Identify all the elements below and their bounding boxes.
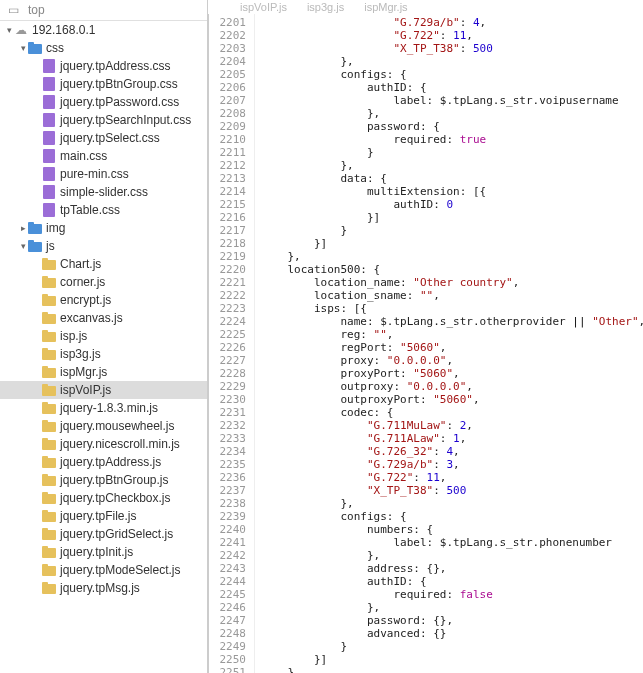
tree-file[interactable]: jquery.nicescroll.min.js bbox=[0, 435, 207, 453]
tree-item-label: jquery.mousewheel.js bbox=[60, 419, 175, 433]
tree-file[interactable]: simple-slider.css bbox=[0, 183, 207, 201]
tree-file[interactable]: excanvas.js bbox=[0, 309, 207, 327]
svg-rect-2 bbox=[43, 59, 55, 73]
folder-icon bbox=[28, 221, 42, 235]
folder-icon bbox=[42, 491, 56, 505]
tree-item-label: isp.js bbox=[60, 329, 87, 343]
tree-item-label: css bbox=[46, 41, 64, 55]
tree-item-label: tpTable.css bbox=[60, 203, 120, 217]
folder-icon bbox=[42, 293, 56, 307]
folder-icon bbox=[42, 545, 56, 559]
tree-file[interactable]: jquery.tpAddress.css bbox=[0, 57, 207, 75]
css-file-icon bbox=[42, 149, 56, 163]
tree-folder-css[interactable]: ▾css bbox=[0, 39, 207, 57]
svg-rect-3 bbox=[43, 77, 55, 91]
svg-rect-14 bbox=[28, 240, 34, 244]
svg-rect-42 bbox=[42, 492, 48, 496]
tree-file[interactable]: ispVoIP.js bbox=[0, 381, 207, 399]
folder-icon bbox=[42, 401, 56, 415]
tree-file[interactable]: jquery.tpPassword.css bbox=[0, 93, 207, 111]
folder-icon bbox=[42, 347, 56, 361]
tree-file[interactable]: pure-min.css bbox=[0, 165, 207, 183]
folder-icon bbox=[42, 419, 56, 433]
sidebar-header: ▭ top bbox=[0, 0, 207, 21]
tree-item-label: jquery.tpInit.js bbox=[60, 545, 133, 559]
svg-rect-10 bbox=[43, 203, 55, 217]
tree-root[interactable]: ▾☁192.168.0.1 bbox=[0, 21, 207, 39]
tree-file[interactable]: jquery.tpSearchInput.css bbox=[0, 111, 207, 129]
folder-icon bbox=[42, 257, 56, 271]
svg-rect-1 bbox=[28, 42, 34, 46]
tree-file[interactable]: jquery.mousewheel.js bbox=[0, 417, 207, 435]
folder-icon bbox=[42, 527, 56, 541]
tree-file[interactable]: jquery.tpAddress.js bbox=[0, 453, 207, 471]
file-icon: ☁ bbox=[14, 23, 28, 37]
folder-icon bbox=[42, 329, 56, 343]
tree-file[interactable]: corner.js bbox=[0, 273, 207, 291]
folder-icon bbox=[28, 239, 42, 253]
code-editor: 2201 2202 2203 2204 2205 2206 2207 2208 … bbox=[208, 14, 643, 673]
css-file-icon bbox=[42, 95, 56, 109]
css-file-icon bbox=[42, 59, 56, 73]
svg-rect-24 bbox=[42, 330, 48, 334]
svg-rect-32 bbox=[42, 402, 48, 406]
tab[interactable]: ispMgr.js bbox=[364, 1, 407, 13]
twisty-icon: ▾ bbox=[18, 43, 28, 53]
sidebar-header-label: top bbox=[28, 3, 45, 17]
tree-item-label: encrypt.js bbox=[60, 293, 111, 307]
tree-file[interactable]: Chart.js bbox=[0, 255, 207, 273]
tree-folder-js[interactable]: ▾js bbox=[0, 237, 207, 255]
tree-file[interactable]: jquery.tpBtnGroup.css bbox=[0, 75, 207, 93]
svg-rect-20 bbox=[42, 294, 48, 298]
tree-file[interactable]: jquery.tpFile.js bbox=[0, 507, 207, 525]
tab[interactable]: isp3g.js bbox=[307, 1, 344, 13]
tab[interactable]: ispVoIP.js bbox=[240, 1, 287, 13]
tree-item-label: jquery.tpBtnGroup.js bbox=[60, 473, 169, 487]
tree-item-label: jquery.tpSearchInput.css bbox=[60, 113, 191, 127]
svg-rect-6 bbox=[43, 131, 55, 145]
svg-rect-12 bbox=[28, 222, 34, 226]
tree-item-label: Chart.js bbox=[60, 257, 101, 271]
tree-file[interactable]: encrypt.js bbox=[0, 291, 207, 309]
tree-item-label: pure-min.css bbox=[60, 167, 129, 181]
svg-rect-40 bbox=[42, 474, 48, 478]
tree-file[interactable]: jquery.tpMsg.js bbox=[0, 579, 207, 597]
svg-rect-30 bbox=[42, 384, 48, 388]
svg-rect-22 bbox=[42, 312, 48, 316]
tree-file[interactable]: jquery.tpGridSelect.js bbox=[0, 525, 207, 543]
tree-file[interactable]: isp.js bbox=[0, 327, 207, 345]
code-content[interactable]: "G.729a/b": 4, "G.722": 11, "X_TP_T38": … bbox=[255, 14, 643, 673]
tree-file[interactable]: jquery.tpCheckbox.js bbox=[0, 489, 207, 507]
svg-rect-46 bbox=[42, 528, 48, 532]
svg-rect-48 bbox=[42, 546, 48, 550]
svg-rect-28 bbox=[42, 366, 48, 370]
tree-file[interactable]: jquery.tpBtnGroup.js bbox=[0, 471, 207, 489]
folder-icon bbox=[42, 455, 56, 469]
tree-file[interactable]: isp3g.js bbox=[0, 345, 207, 363]
svg-rect-34 bbox=[42, 420, 48, 424]
editor-tabs: ispVoIP.js isp3g.js ispMgr.js bbox=[210, 0, 643, 14]
tree-file[interactable]: ispMgr.js bbox=[0, 363, 207, 381]
svg-rect-7 bbox=[43, 149, 55, 163]
line-number-gutter: 2201 2202 2203 2204 2205 2206 2207 2208 … bbox=[209, 14, 255, 673]
svg-rect-26 bbox=[42, 348, 48, 352]
tree-item-label: jquery.tpGridSelect.js bbox=[60, 527, 173, 541]
css-file-icon bbox=[42, 113, 56, 127]
tree-item-label: simple-slider.css bbox=[60, 185, 148, 199]
tree-item-label: jquery.tpPassword.css bbox=[60, 95, 179, 109]
tree-file[interactable]: jquery-1.8.3.min.js bbox=[0, 399, 207, 417]
tree-file[interactable]: jquery.tpSelect.css bbox=[0, 129, 207, 147]
tree-folder-img[interactable]: ▸img bbox=[0, 219, 207, 237]
tree-item-label: jquery.nicescroll.min.js bbox=[60, 437, 180, 451]
tree-item-label: ispVoIP.js bbox=[60, 383, 111, 397]
file-tree: ▾☁192.168.0.1▾cssjquery.tpAddress.cssjqu… bbox=[0, 21, 207, 597]
css-file-icon bbox=[42, 167, 56, 181]
folder-icon bbox=[42, 383, 56, 397]
tree-item-label: jquery.tpSelect.css bbox=[60, 131, 160, 145]
tree-file[interactable]: main.css bbox=[0, 147, 207, 165]
tree-file[interactable]: jquery.tpInit.js bbox=[0, 543, 207, 561]
svg-rect-44 bbox=[42, 510, 48, 514]
tree-file[interactable]: tpTable.css bbox=[0, 201, 207, 219]
tree-file[interactable]: jquery.tpModeSelect.js bbox=[0, 561, 207, 579]
css-file-icon bbox=[42, 77, 56, 91]
